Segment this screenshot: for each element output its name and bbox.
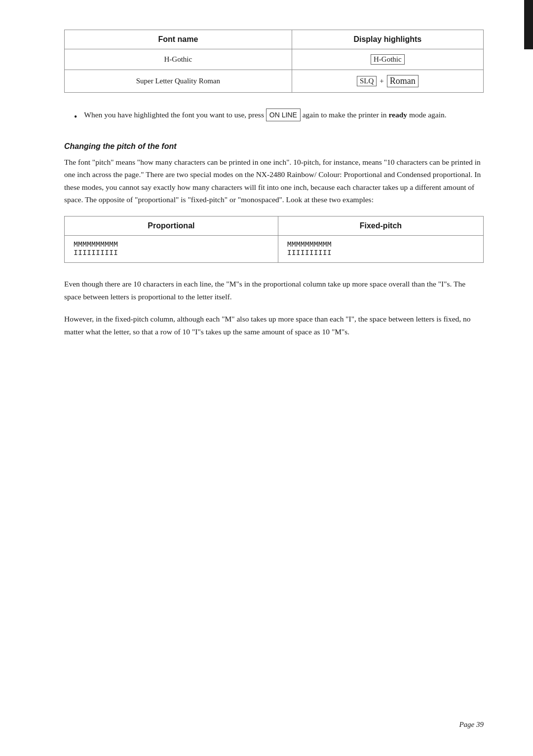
corner-bar: [524, 0, 533, 49]
pitch-table-col2-header: Fixed-pitch: [278, 216, 483, 236]
proportional-cell: MMMMMMMMMM IIIIIIIIII: [65, 236, 278, 263]
fixed-line1: MMMMMMMMMM: [287, 241, 474, 249]
display-hgothic: H-Gothic: [292, 49, 483, 70]
bullet-text-after-key: again to make the printer in: [301, 110, 389, 119]
font-table-col1-header: Font name: [65, 30, 292, 49]
page-number: Page 39: [459, 720, 484, 729]
table-row: MMMMMMMMMM IIIIIIIIII MMMMMMMMMM IIIIIII…: [65, 236, 484, 263]
roman-box: Roman: [387, 75, 419, 87]
prop-line2: IIIIIIIIII: [74, 249, 269, 257]
pitch-table-col1-header: Proportional: [65, 216, 278, 236]
bullet-text: When you have highlighted the font you w…: [84, 108, 484, 121]
bullet-text-before-key: When you have highlighted the font you w…: [84, 110, 266, 119]
slq-plus: +: [380, 77, 383, 85]
font-table: Font name Display highlights H-Gothic H-…: [64, 30, 484, 93]
section-heading: Changing the pitch of the font: [64, 142, 484, 151]
bullet-dot: •: [74, 110, 77, 124]
section-paragraph-1: The font "pitch" means "how many charact…: [64, 156, 484, 206]
page-container: Font name Display highlights H-Gothic H-…: [0, 0, 533, 756]
bullet-section: • When you have highlighted the font you…: [64, 108, 484, 124]
hgothic-highlight: H-Gothic: [371, 54, 405, 65]
table-row: Super Letter Quality Roman SLQ + Roman: [65, 70, 484, 93]
font-table-col2-header: Display highlights: [292, 30, 483, 49]
bullet-item: • When you have highlighted the font you…: [74, 108, 484, 124]
fixed-pitch-cell: MMMMMMMMMM IIIIIIIIII: [278, 236, 483, 263]
display-slq: SLQ + Roman: [292, 70, 483, 93]
after-table-paragraph-1: Even though there are 10 characters in e…: [64, 278, 484, 303]
bullet-text-end: mode again.: [407, 110, 447, 119]
font-name-hgothic: H-Gothic: [65, 49, 292, 70]
table-row: H-Gothic H-Gothic: [65, 49, 484, 70]
slq-box: SLQ: [357, 76, 377, 86]
prop-line1: MMMMMMMMMM: [74, 241, 269, 249]
after-table-paragraph-2: However, in the fixed-pitch column, alth…: [64, 313, 484, 338]
fixed-line2: IIIIIIIIII: [287, 249, 474, 257]
bullet-bold-word: ready: [388, 110, 407, 119]
slq-display-container: SLQ + Roman: [301, 75, 474, 87]
on-line-key: ON LINE: [266, 108, 301, 121]
pitch-table: Proportional Fixed-pitch MMMMMMMMMM IIII…: [64, 216, 484, 263]
font-name-slq: Super Letter Quality Roman: [65, 70, 292, 93]
